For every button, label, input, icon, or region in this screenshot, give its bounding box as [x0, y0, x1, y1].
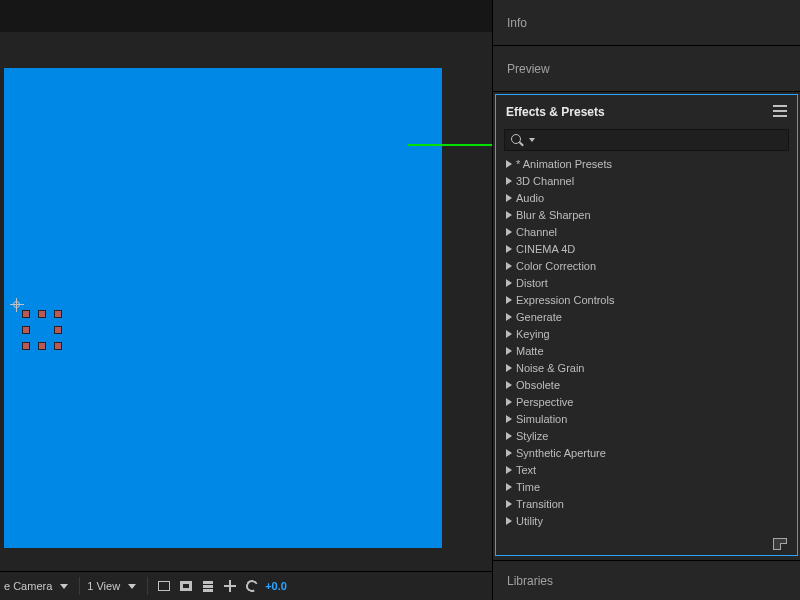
camera-dropdown-label[interactable]: e Camera: [4, 580, 52, 592]
effects-category-label: Channel: [516, 226, 557, 238]
disclosure-triangle-icon[interactable]: [506, 211, 512, 219]
disclosure-triangle-icon[interactable]: [506, 194, 512, 202]
chevron-down-icon[interactable]: [128, 584, 136, 589]
right-panel-stack: Info Preview Effects & Presets * Animati…: [492, 0, 800, 600]
effects-category-item[interactable]: * Animation Presets: [504, 155, 789, 172]
disclosure-triangle-icon[interactable]: [506, 228, 512, 236]
new-bin-button[interactable]: [773, 538, 787, 550]
effects-search-field[interactable]: [504, 129, 789, 151]
disclosure-triangle-icon[interactable]: [506, 415, 512, 423]
effects-category-item[interactable]: Simulation: [504, 410, 789, 427]
disclosure-triangle-icon[interactable]: [506, 330, 512, 338]
search-options-dropdown-icon[interactable]: [529, 138, 535, 142]
effects-category-item[interactable]: Perspective: [504, 393, 789, 410]
effects-category-item[interactable]: Transition: [504, 495, 789, 512]
handle-bottom-right[interactable]: [54, 342, 62, 350]
selected-layer[interactable]: [16, 304, 68, 356]
effects-category-label: Stylize: [516, 430, 548, 442]
effects-category-item[interactable]: Generate: [504, 308, 789, 325]
effects-category-item[interactable]: Obsolete: [504, 376, 789, 393]
disclosure-triangle-icon[interactable]: [506, 245, 512, 253]
disclosure-triangle-icon[interactable]: [506, 364, 512, 372]
effects-category-label: Synthetic Aperture: [516, 447, 606, 459]
effects-category-label: Blur & Sharpen: [516, 209, 591, 221]
handle-top-middle[interactable]: [38, 310, 46, 318]
disclosure-triangle-icon[interactable]: [506, 262, 512, 270]
effects-category-label: Generate: [516, 311, 562, 323]
effects-category-item[interactable]: Audio: [504, 189, 789, 206]
disclosure-triangle-icon[interactable]: [506, 347, 512, 355]
libraries-panel-header[interactable]: Libraries: [493, 560, 800, 600]
disclosure-triangle-icon[interactable]: [506, 483, 512, 491]
effects-category-item[interactable]: Keying: [504, 325, 789, 342]
disclosure-triangle-icon[interactable]: [506, 313, 512, 321]
title-safe-toggle-button[interactable]: [177, 578, 195, 594]
disclosure-triangle-icon[interactable]: [506, 500, 512, 508]
effects-category-label: Simulation: [516, 413, 567, 425]
top-spacer: [0, 0, 492, 32]
effects-category-label: Utility: [516, 515, 543, 527]
effects-category-item[interactable]: Time: [504, 478, 789, 495]
effects-category-label: Transition: [516, 498, 564, 510]
disclosure-triangle-icon[interactable]: [506, 398, 512, 406]
effects-category-label: Expression Controls: [516, 294, 614, 306]
disclosure-triangle-icon[interactable]: [506, 177, 512, 185]
preview-panel-header[interactable]: Preview: [493, 46, 800, 92]
disclosure-triangle-icon[interactable]: [506, 466, 512, 474]
transparency-grid-button[interactable]: [221, 578, 239, 594]
effects-category-label: Keying: [516, 328, 550, 340]
callout-arrow: [408, 144, 502, 146]
effects-category-item[interactable]: Distort: [504, 274, 789, 291]
effects-category-item[interactable]: Expression Controls: [504, 291, 789, 308]
handle-top-right[interactable]: [54, 310, 62, 318]
effects-category-label: Time: [516, 481, 540, 493]
effects-category-item[interactable]: Channel: [504, 223, 789, 240]
effects-presets-panel: Effects & Presets * Animation Presets3D …: [495, 94, 798, 556]
effects-category-item[interactable]: Synthetic Aperture: [504, 444, 789, 461]
effects-category-label: Color Correction: [516, 260, 596, 272]
exposure-value[interactable]: +0.0: [265, 580, 287, 592]
effects-category-item[interactable]: Utility: [504, 512, 789, 529]
info-panel-header[interactable]: Info: [493, 0, 800, 46]
effects-category-item[interactable]: Blur & Sharpen: [504, 206, 789, 223]
effects-category-item[interactable]: Matte: [504, 342, 789, 359]
grid-toggle-button[interactable]: [155, 578, 173, 594]
effects-category-label: 3D Channel: [516, 175, 574, 187]
effects-category-item[interactable]: Color Correction: [504, 257, 789, 274]
disclosure-triangle-icon[interactable]: [506, 279, 512, 287]
effects-category-item[interactable]: Noise & Grain: [504, 359, 789, 376]
preview-panel-title: Preview: [507, 62, 550, 76]
disclosure-triangle-icon[interactable]: [506, 517, 512, 525]
effects-category-item[interactable]: Stylize: [504, 427, 789, 444]
effects-category-label: CINEMA 4D: [516, 243, 575, 255]
effects-category-label: Audio: [516, 192, 544, 204]
effects-category-label: Matte: [516, 345, 544, 357]
handle-bottom-left[interactable]: [22, 342, 30, 350]
effects-search-input[interactable]: [541, 134, 782, 146]
effects-category-label: * Animation Presets: [516, 158, 612, 170]
effects-category-item[interactable]: 3D Channel: [504, 172, 789, 189]
disclosure-triangle-icon[interactable]: [506, 160, 512, 168]
effects-category-label: Obsolete: [516, 379, 560, 391]
effects-panel-header[interactable]: Effects & Presets: [496, 95, 797, 129]
effects-category-item[interactable]: CINEMA 4D: [504, 240, 789, 257]
effects-panel-footer: [496, 533, 797, 555]
effects-category-label: Perspective: [516, 396, 573, 408]
composition-canvas[interactable]: [4, 68, 442, 548]
handle-middle-left[interactable]: [22, 326, 30, 334]
effects-category-item[interactable]: Text: [504, 461, 789, 478]
handle-top-left[interactable]: [22, 310, 30, 318]
info-panel-title: Info: [507, 16, 527, 30]
handle-middle-right[interactable]: [54, 326, 62, 334]
views-dropdown-label[interactable]: 1 View: [87, 580, 120, 592]
reset-exposure-button[interactable]: [243, 578, 261, 594]
effects-category-label: Text: [516, 464, 536, 476]
disclosure-triangle-icon[interactable]: [506, 432, 512, 440]
disclosure-triangle-icon[interactable]: [506, 296, 512, 304]
chevron-down-icon[interactable]: [60, 584, 68, 589]
handle-bottom-middle[interactable]: [38, 342, 46, 350]
channel-toggle-button[interactable]: [199, 578, 217, 594]
disclosure-triangle-icon[interactable]: [506, 449, 512, 457]
disclosure-triangle-icon[interactable]: [506, 381, 512, 389]
panel-menu-icon[interactable]: [773, 105, 787, 117]
